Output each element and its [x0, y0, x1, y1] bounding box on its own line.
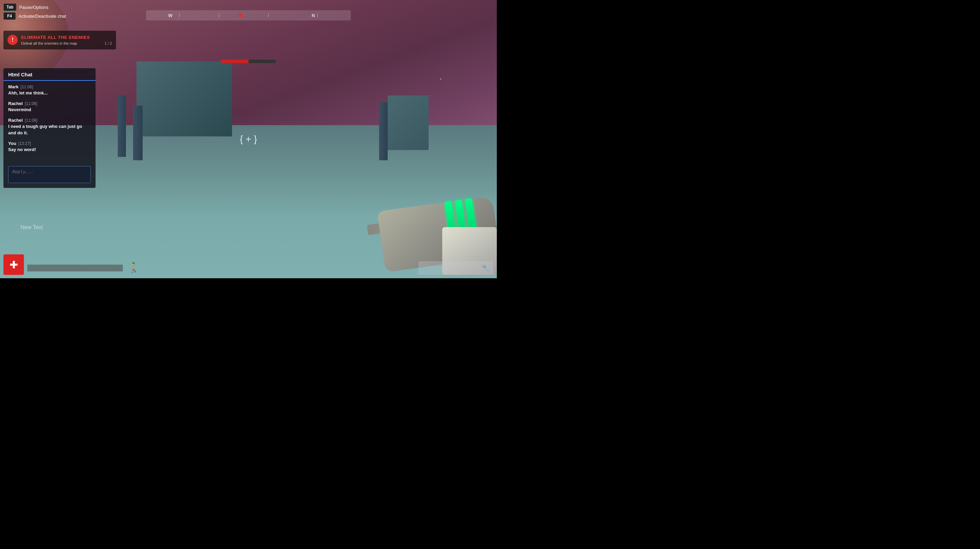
compass-tick-3	[268, 13, 269, 17]
bottom-hud: ✚ 🚶 🔧	[0, 251, 497, 278]
quest-box: ELIMINATE ALL THE ENEMIES Defeat all the…	[3, 31, 116, 49]
crosshair: { + }	[238, 132, 259, 146]
chat-panel: Html Chat Mark [11:06] Ahh, let me think…	[3, 68, 95, 188]
tab-action: Pause/Options	[19, 5, 48, 10]
chat-time-4: [13:27]	[18, 141, 31, 146]
star	[440, 78, 441, 79]
f4-key: F4	[3, 12, 16, 20]
chat-messages: Mark [11:06] Ahh, let me think... Rachel…	[3, 81, 95, 163]
scene-pillar-right	[379, 102, 388, 160]
tab-key: Tab	[3, 3, 16, 11]
compass-marker	[239, 13, 243, 17]
chat-message-3: Rachel [11:06] I need a tough guy who ca…	[8, 117, 91, 136]
scene-box-right	[388, 95, 429, 150]
compass-inner: W N	[150, 10, 347, 21]
compass-tick-4	[317, 13, 318, 17]
chat-sender-4: You	[8, 141, 16, 146]
compass-west-label: W	[168, 13, 172, 18]
chat-message-header-2: Rachel [11:06]	[8, 101, 91, 106]
player-icon: 🚶	[128, 262, 140, 273]
chat-text-1: Ahh, let me think...	[8, 90, 91, 96]
chat-message-2: Rachel [11:06] Nevermind	[8, 101, 91, 113]
scene-pillar-left2	[118, 95, 126, 157]
quest-description: Defeat all the enemies in the map 1 / 2	[21, 41, 112, 45]
chat-message-header-3: Rachel [11:06]	[8, 117, 91, 123]
quest-progress: 1 / 2	[105, 41, 112, 45]
scene-pillar-left	[133, 106, 143, 160]
f4-action: Activate/Deactivate chat	[18, 14, 66, 19]
chat-sender-3: Rachel	[8, 117, 23, 123]
game-viewport: { + } Tab Pause/Options F4 Activate/Deac…	[0, 0, 497, 278]
chat-message-1: Mark [11:06] Ahh, let me think...	[8, 84, 91, 96]
chat-text-2: Nevermind	[8, 107, 91, 113]
quest-content: ELIMINATE ALL THE ENEMIES Defeat all the…	[21, 35, 112, 45]
chat-header: Html Chat	[3, 68, 95, 81]
compass-tick-1	[179, 13, 180, 17]
compass-bar: W N	[146, 10, 351, 21]
chat-time-1: [11:06]	[21, 84, 33, 89]
quest-icon	[8, 35, 18, 45]
keybindings: Tab Pause/Options F4 Activate/Deactivate…	[3, 3, 66, 20]
top-hud: Tab Pause/Options F4 Activate/Deactivate…	[0, 0, 497, 31]
keybind-row-f4: F4 Activate/Deactivate chat	[3, 12, 66, 20]
compass-tick-2	[219, 13, 219, 17]
scene-box-large	[137, 61, 232, 136]
bottom-right-hud: 🔧	[418, 261, 493, 275]
keybind-row-tab: Tab Pause/Options	[3, 3, 66, 11]
compass-north-label: N	[312, 13, 315, 18]
chat-sender-1: Mark	[8, 84, 18, 89]
health-icon: ✚	[3, 254, 24, 275]
health-dark-portion	[248, 60, 276, 63]
ammo-icon: 🔧	[482, 264, 490, 272]
chat-message-4: You [13:27] Say no word!	[8, 141, 91, 153]
chat-input-area[interactable]	[3, 163, 95, 188]
chat-text-4: Say no word!	[8, 147, 91, 153]
chat-reply-input[interactable]	[8, 166, 91, 183]
chat-message-header-1: Mark [11:06]	[8, 84, 91, 89]
new-text-label: New Text	[21, 224, 43, 230]
chat-text-3: I need a tough guy who can just go and d…	[8, 124, 91, 136]
health-red-portion	[221, 60, 248, 63]
player-bar	[27, 265, 123, 271]
chat-time-3: [11:06]	[25, 118, 38, 123]
star	[430, 95, 431, 96]
chat-sender-2: Rachel	[8, 101, 23, 106]
chat-time-2: [11:06]	[25, 101, 38, 106]
chat-message-header-4: You [13:27]	[8, 141, 91, 146]
enemy-health-bar	[221, 60, 276, 63]
quest-title: ELIMINATE ALL THE ENEMIES	[21, 35, 112, 40]
